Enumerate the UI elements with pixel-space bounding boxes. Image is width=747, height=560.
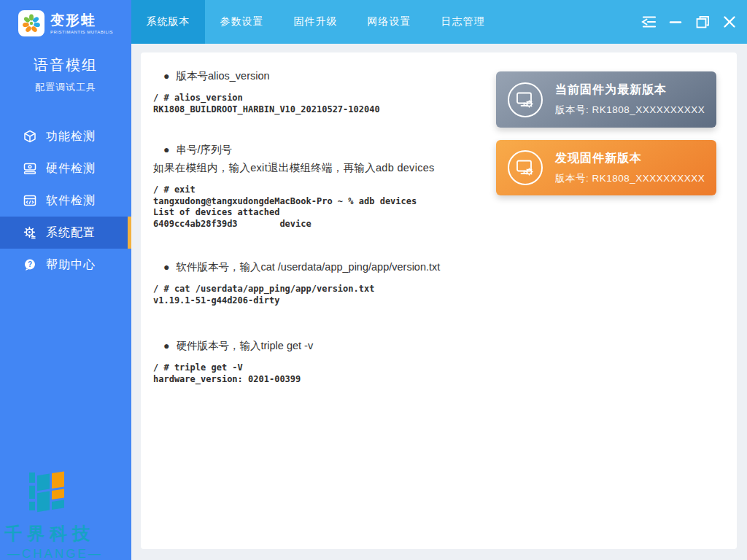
terminal-output: / # exit tangxudong@tangxudongdeMacBook-… (153, 184, 496, 230)
sidebar-item-label: 硬件检测 (46, 161, 96, 176)
content-panel: ● 版本号alios_version / # alios_version RK1… (141, 52, 737, 549)
section-heading: 硬件版本号，输入triple get -v (176, 339, 313, 353)
firmware-latest-card[interactable]: 当前固件为最新版本 版本号: RK1808_XXXXXXXXXX (496, 71, 716, 128)
card-title: 发现固件新版本 (555, 151, 705, 166)
svg-text:?: ? (28, 260, 32, 268)
hardware-icon (23, 162, 36, 175)
tab-network-settings[interactable]: 网络设置 (352, 0, 426, 44)
tab-parameter-settings[interactable]: 参数设置 (205, 0, 279, 44)
section-heading: 版本号alios_version (176, 69, 269, 83)
module-subtitle: 配置调试工具 (0, 81, 131, 94)
section-heading: 串号/序列号 (176, 143, 232, 157)
app-logo: 变形蛙 PRISTIMANTIS MUTABILIS (0, 0, 131, 36)
app-logo-icon (18, 10, 44, 36)
sidebar-item-system-config[interactable]: 系统配置 (0, 217, 131, 249)
terminal-output: / # cat /userdata/app_ping/app/version.t… (153, 284, 496, 306)
sidebar-item-hardware-check[interactable]: 硬件检测 (0, 152, 131, 184)
card-title: 当前固件为最新版本 (555, 82, 705, 98)
window-controls (640, 0, 738, 44)
company-name: 千界科技 (4, 522, 131, 545)
terminal-output: / # alios_version RK1808_BUILDROOT_HARBI… (153, 93, 496, 115)
section-software-version: ● 软件版本号，输入cat /userdata/app_ping/app/ver… (153, 260, 496, 306)
section-serial-number: ● 串号/序列号 如果在模组内，输入exit退出模组终端，再输入adb devi… (153, 143, 496, 230)
bullet-icon: ● (163, 261, 169, 273)
main-area: ● 版本号alios_version / # alios_version RK1… (131, 44, 747, 560)
tab-system-version[interactable]: 系统版本 (131, 0, 205, 44)
tab-bar: 系统版本 参数设置 固件升级 网络设置 日志管理 (131, 0, 500, 44)
firmware-new-version-card[interactable]: 发现固件新版本 版本号: RK1808_XXXXXXXXXX (496, 140, 716, 195)
bullet-icon: ● (163, 340, 169, 351)
monitor-gear-icon (508, 82, 543, 117)
section-hardware-version: ● 硬件版本号，输入triple get -v / # triple get -… (153, 339, 496, 385)
tab-log-management[interactable]: 日志管理 (426, 0, 500, 44)
card-version: 版本号: RK1808_XXXXXXXXXX (555, 172, 705, 185)
sidebar-item-help-center[interactable]: ? 帮助中心 (0, 249, 131, 281)
sidebar-item-label: 帮助中心 (46, 257, 96, 273)
menu-button[interactable] (640, 13, 657, 31)
code-window-icon (23, 194, 36, 207)
cube-icon (23, 130, 36, 143)
top-bar: 系统版本 参数设置 固件升级 网络设置 日志管理 (131, 0, 747, 44)
monitor-gear-icon (508, 150, 543, 185)
minimize-button[interactable] (667, 13, 684, 31)
module-title: 语音模组 (0, 55, 131, 75)
section-version-number: ● 版本号alios_version / # alios_version RK1… (153, 69, 496, 115)
tab-firmware-upgrade[interactable]: 固件升级 (279, 0, 352, 44)
app-title: 变形蛙 (50, 13, 113, 27)
app-window: 变形蛙 PRISTIMANTIS MUTABILIS 语音模组 配置调试工具 功… (0, 0, 747, 560)
maximize-button[interactable] (694, 13, 711, 31)
frog-flower-icon (21, 13, 42, 34)
sidebar-item-label: 系统配置 (46, 225, 96, 241)
sidebar: 变形蛙 PRISTIMANTIS MUTABILIS 语音模组 配置调试工具 功… (0, 0, 131, 560)
bullet-icon: ● (163, 70, 169, 82)
gear-icon (23, 226, 36, 239)
company-tagline: —CHANGE— (7, 547, 131, 560)
bullet-icon: ● (163, 144, 169, 155)
company-logo-icon (29, 467, 131, 519)
card-version: 版本号: RK1808_XXXXXXXXXX (555, 104, 705, 117)
terminal-output: / # triple get -V hardware_version: 0201… (153, 362, 496, 385)
help-icon: ? (23, 258, 36, 271)
sidebar-item-label: 软件检测 (46, 193, 96, 209)
sidebar-item-function-check[interactable]: 功能检测 (0, 120, 131, 152)
app-subtitle: PRISTIMANTIS MUTABILIS (50, 30, 113, 34)
section-heading: 软件版本号，输入cat /userdata/app_ping/app/versi… (176, 260, 440, 274)
close-button[interactable] (721, 13, 738, 31)
sidebar-item-software-check[interactable]: 软件检测 (0, 184, 131, 217)
sidebar-item-label: 功能检测 (46, 129, 96, 144)
sidebar-menu: 功能检测 硬件检测 (0, 120, 131, 281)
company-watermark: 千界科技 —CHANGE— (0, 467, 131, 560)
section-note: 如果在模组内，输入exit退出模组终端，再输入adb devices (153, 161, 496, 175)
